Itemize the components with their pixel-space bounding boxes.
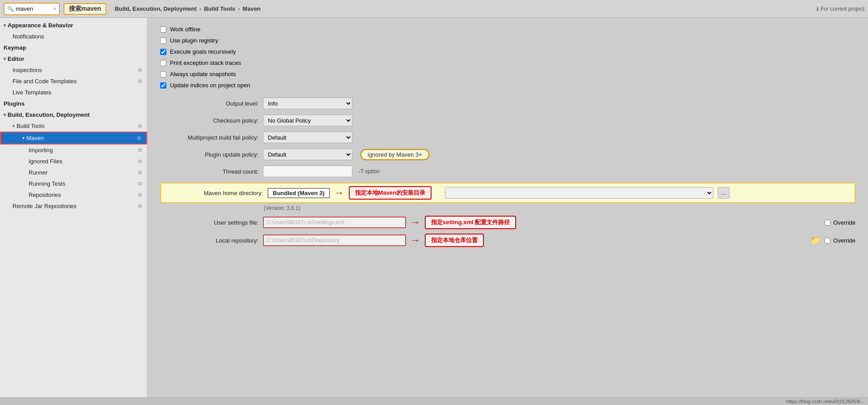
local-repo-annotation: 指定本地仓库位置 [425, 234, 484, 247]
sidebar-item-appearance-behavior[interactable]: ▾ Appearance & Behavior [0, 20, 147, 31]
checksum-policy-label: Checksum policy: [160, 117, 258, 124]
search-box: 🔍 × [4, 3, 60, 15]
sidebar-item-remote-jar-repos[interactable]: Remote Jar Repositories ⧉ [0, 200, 147, 212]
annotation-bold: setting.xml [443, 219, 474, 226]
checkbox-work-offline: Work offline [160, 26, 855, 33]
user-settings-input[interactable] [263, 217, 406, 228]
local-repo-override-checkbox[interactable] [825, 238, 830, 243]
bottom-bar: https://blog.csdn.net/u010126059/... [0, 397, 868, 405]
sidebar-label: Ignored Files [29, 158, 62, 165]
breadcrumb-part3: Maven [242, 5, 260, 12]
copy-icon: ⧉ [138, 203, 142, 209]
maven-home-label: Maven home directory: [165, 190, 263, 196]
execute-goals-checkbox[interactable] [160, 49, 166, 55]
local-repo-row: Local repository: → 指定本地仓库位置 📁 Override [160, 234, 855, 247]
sidebar-item-build-exec-deploy[interactable]: ▾ Build, Execution, Deployment [0, 109, 147, 120]
copy-icon: ⧉ [138, 181, 142, 187]
collapse-arrow: ▾ [4, 112, 6, 117]
override-label: Override [833, 219, 855, 226]
annotation-suffix: 配置文件路径 [474, 219, 510, 226]
sidebar-item-live-templates[interactable]: Live Templates [0, 87, 147, 98]
sidebar-item-running-tests[interactable]: Running Tests ⧉ [0, 178, 147, 189]
local-repo-input[interactable] [263, 234, 406, 246]
sidebar-item-keymap[interactable]: Keymap [0, 42, 147, 53]
copy-icon: ⧉ [138, 78, 142, 84]
sidebar-item-notifications[interactable]: Notifications [0, 31, 147, 42]
sidebar-item-repositories[interactable]: Repositories ⧉ [0, 189, 147, 200]
sidebar-label: Inspections [13, 67, 42, 73]
maven-home-bundled: Bundled (Maven 3) [267, 188, 330, 198]
sidebar-item-editor[interactable]: ▾ Editor [0, 53, 147, 64]
thread-count-note: -T option [359, 168, 380, 175]
collapse-arrow: ▾ [4, 56, 6, 61]
sidebar-label: Keymap [4, 44, 26, 51]
multiproject-policy-select[interactable]: Default Never At End Immediately [263, 132, 352, 143]
always-update-checkbox[interactable] [160, 71, 166, 77]
breadcrumb-sep1: › [199, 5, 201, 12]
sidebar-item-build-tools[interactable]: ▾ Build Tools ⧉ [0, 120, 147, 132]
thread-count-input[interactable] [263, 166, 352, 177]
maven-home-row: Maven home directory: Bundled (Maven 3) … [160, 183, 855, 203]
plugin-update-policy-select[interactable]: Default Never Daily Always [263, 149, 352, 160]
sidebar-item-plugins[interactable]: Plugins [0, 98, 147, 109]
plugin-update-policy-row: Plugin update policy: Default Never Dail… [160, 149, 855, 160]
maven-home-dropdown[interactable] [445, 187, 713, 199]
arrow-right-icon3: → [411, 234, 420, 246]
plugin-update-policy-label: Plugin update policy: [160, 151, 258, 158]
user-settings-row: User settings file: → 指定setting.xml 配置文件… [160, 216, 855, 229]
copy-icon: ⧉ [138, 170, 142, 175]
sidebar-label: File and Code Templates [13, 78, 77, 85]
checkbox-always-update: Always update snapshots [160, 71, 855, 77]
breadcrumb-part2: Build Tools [204, 5, 235, 12]
top-bar: 🔍 × 搜索maven Build, Execution, Deployment… [0, 0, 868, 18]
sidebar-label: Runner [29, 169, 48, 176]
local-repo-label: Local repository: [160, 237, 258, 244]
maven-home-annotation: 指定本地Maven的安装目录 [349, 186, 432, 200]
search-clear-button[interactable]: × [53, 6, 56, 12]
checksum-policy-select[interactable]: No Global Policy Fail Warn Ignore [263, 115, 352, 126]
maven-version-note: (Version: 3.6.1) [264, 205, 855, 211]
use-plugin-registry-checkbox[interactable] [160, 38, 166, 44]
sidebar-label: Importing [29, 147, 53, 153]
copy-icon: ⧉ [138, 158, 142, 164]
sidebar-label: Build, Execution, Deployment [8, 111, 89, 118]
update-indices-checkbox[interactable] [160, 82, 166, 89]
copy-icon: ⧉ [138, 192, 142, 198]
search-input[interactable] [16, 5, 51, 12]
override-label2: Override [833, 237, 855, 244]
sidebar-item-maven[interactable]: ▾ Maven ⧉ [0, 132, 147, 145]
breadcrumb-sep2: › [238, 5, 240, 12]
print-exception-checkbox[interactable] [160, 60, 166, 66]
sidebar-item-file-code-templates[interactable]: File and Code Templates ⧉ [0, 76, 147, 87]
annotation-prefix: 指定 [431, 219, 443, 226]
sidebar: ▾ Appearance & Behavior Notifications Ke… [0, 18, 148, 397]
user-settings-label: User settings file: [160, 219, 258, 226]
checkbox-update-indices: Update indices on project open [160, 82, 855, 89]
checkbox-print-exception: Print exception stack traces [160, 60, 855, 66]
content-panel: Work offline Use plugin registry Execute… [148, 18, 868, 397]
print-exception-label: Print exception stack traces [170, 60, 241, 66]
sidebar-item-ignored-files[interactable]: Ignored Files ⧉ [0, 156, 147, 167]
thread-count-label: Thread count: [160, 168, 258, 175]
local-repo-override-row: Override [825, 237, 855, 244]
checkbox-use-plugin-registry: Use plugin registry [160, 37, 855, 44]
collapse-arrow: ▾ [4, 23, 6, 28]
copy-icon: ⧉ [138, 67, 142, 73]
sidebar-label: Repositories [29, 192, 61, 198]
sidebar-item-runner[interactable]: Runner ⧉ [0, 167, 147, 178]
user-settings-override-checkbox[interactable] [825, 220, 830, 226]
sidebar-label: Maven [26, 135, 44, 141]
work-offline-checkbox[interactable] [160, 26, 166, 33]
for-current-project: ℹ For current project [817, 6, 864, 12]
sidebar-item-importing[interactable]: Importing ⧉ [0, 145, 147, 156]
thread-count-row: Thread count: -T option [160, 166, 855, 177]
collapse-arrow: ▾ [13, 124, 15, 128]
sidebar-label: Plugins [4, 100, 25, 107]
output-level-select[interactable]: Info Debug Warn Error [263, 98, 352, 109]
update-indices-label: Update indices on project open [170, 82, 250, 89]
sidebar-label: Running Tests [29, 180, 65, 187]
maven-home-browse-button[interactable]: … [718, 187, 729, 199]
sidebar-item-inspections[interactable]: Inspections ⧉ [0, 64, 147, 76]
sidebar-label: Notifications [13, 33, 44, 40]
user-settings-override-row: Override [825, 219, 855, 226]
